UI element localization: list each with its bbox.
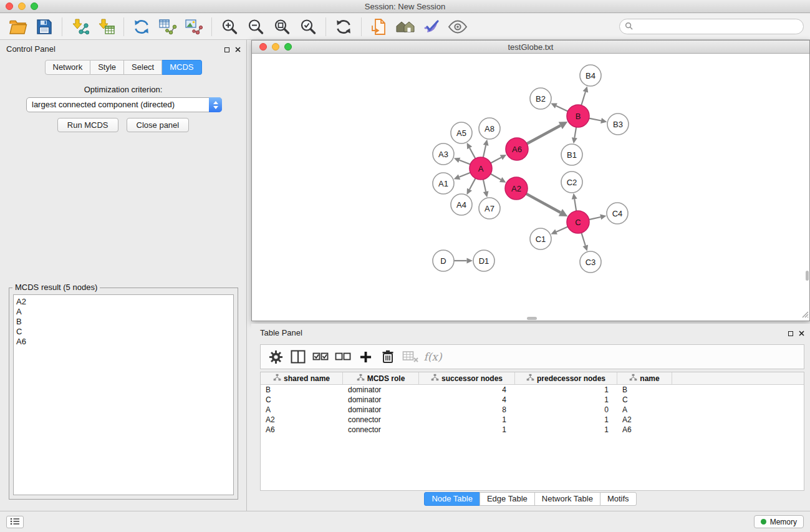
cell-shared-name[interactable]: B bbox=[261, 385, 343, 395]
search-box[interactable] bbox=[619, 19, 804, 34]
criterion-dropdown[interactable]: largest connected component (directed) bbox=[26, 97, 222, 112]
node-C[interactable]: C bbox=[567, 211, 589, 233]
node-B4[interactable]: B4 bbox=[580, 65, 601, 86]
cell-successor-nodes[interactable]: 1 bbox=[419, 425, 515, 435]
result-item-c[interactable]: C bbox=[16, 327, 231, 337]
network-minimize-button[interactable] bbox=[272, 43, 279, 51]
node-C4[interactable]: C4 bbox=[607, 203, 628, 224]
tab-mcds[interactable]: MCDS bbox=[162, 60, 201, 75]
tab-node-table[interactable]: Node Table bbox=[424, 492, 480, 506]
edge-C-C2[interactable] bbox=[572, 193, 577, 211]
result-item-a6[interactable]: A6 bbox=[16, 337, 231, 347]
node-A6[interactable]: A6 bbox=[506, 138, 528, 160]
edge-A-A3[interactable] bbox=[454, 158, 470, 165]
table-row[interactable]: Bdominator41B bbox=[261, 385, 804, 395]
run-mcds-button[interactable]: Run MCDS bbox=[57, 118, 118, 132]
result-item-b[interactable]: B bbox=[16, 317, 231, 327]
zoom-in-icon[interactable] bbox=[219, 16, 240, 38]
cell-mcds-role[interactable]: connector bbox=[343, 425, 419, 435]
edge-A2-C[interactable] bbox=[526, 194, 568, 216]
cell-predecessor-nodes[interactable]: 1 bbox=[515, 385, 617, 395]
cell-name[interactable]: B bbox=[617, 385, 672, 395]
homes-icon[interactable] bbox=[395, 16, 416, 38]
edge-B-B3[interactable] bbox=[589, 118, 607, 123]
float-panel-icon[interactable] bbox=[224, 47, 229, 52]
cell-successor-nodes[interactable]: 8 bbox=[419, 405, 515, 415]
table-row[interactable]: Adominator80A bbox=[261, 405, 804, 415]
edge-A-A8[interactable] bbox=[483, 140, 489, 158]
select-all-icon[interactable] bbox=[311, 347, 330, 367]
search-input[interactable] bbox=[636, 22, 798, 31]
node-A3[interactable]: A3 bbox=[433, 143, 454, 165]
close-panel-icon[interactable] bbox=[235, 45, 241, 54]
vertical-scrollbar[interactable] bbox=[806, 271, 809, 281]
node-A7[interactable]: A7 bbox=[479, 198, 500, 219]
cell-predecessor-nodes[interactable]: 1 bbox=[515, 425, 617, 435]
column-header-predecessor-nodes[interactable]: predecessor nodes bbox=[515, 372, 617, 384]
column-header-successor-nodes[interactable]: successor nodes bbox=[419, 372, 515, 384]
cell-name[interactable]: A6 bbox=[617, 425, 672, 435]
tab-style[interactable]: Style bbox=[90, 60, 124, 75]
network-table-icon[interactable] bbox=[157, 16, 178, 38]
node-B3[interactable]: B3 bbox=[607, 114, 629, 135]
cell-successor-nodes[interactable]: 4 bbox=[419, 395, 515, 405]
network-close-button[interactable] bbox=[259, 43, 267, 51]
column-header-name[interactable]: name bbox=[617, 372, 672, 384]
node-C1[interactable]: C1 bbox=[530, 228, 551, 249]
resize-grip-icon[interactable] bbox=[802, 311, 809, 320]
cell-name[interactable]: A bbox=[617, 405, 672, 415]
network-image-icon[interactable] bbox=[183, 16, 205, 38]
node-B1[interactable]: B1 bbox=[561, 144, 582, 165]
tab-network-table[interactable]: Network Table bbox=[534, 492, 600, 506]
cell-predecessor-nodes[interactable]: 1 bbox=[515, 415, 617, 425]
columns-icon[interactable] bbox=[289, 347, 307, 367]
cell-shared-name[interactable]: A2 bbox=[261, 415, 343, 425]
minimize-window-button[interactable] bbox=[18, 2, 26, 10]
table-row[interactable]: A2connector11A2 bbox=[261, 415, 804, 425]
node-C2[interactable]: C2 bbox=[561, 172, 582, 193]
node-A8[interactable]: A8 bbox=[479, 118, 500, 139]
result-item-a2[interactable]: A2 bbox=[16, 297, 231, 307]
delete-row-icon[interactable] bbox=[378, 347, 397, 367]
cell-successor-nodes[interactable]: 4 bbox=[419, 385, 515, 395]
open-folder-icon[interactable] bbox=[7, 16, 29, 38]
refresh-icon[interactable] bbox=[333, 16, 354, 38]
cell-successor-nodes[interactable]: 1 bbox=[419, 415, 515, 425]
column-header-shared-name[interactable]: shared name bbox=[261, 372, 343, 384]
result-item-a[interactable]: A bbox=[16, 307, 231, 317]
edge-B-B1[interactable] bbox=[572, 127, 577, 143]
add-row-icon[interactable] bbox=[356, 347, 375, 367]
cell-name[interactable]: C bbox=[617, 395, 672, 405]
edge-A-A4[interactable] bbox=[466, 178, 475, 195]
node-A[interactable]: A bbox=[470, 157, 492, 180]
network-window-titlebar[interactable]: testGlobe.txt bbox=[252, 41, 809, 54]
tab-network[interactable]: Network bbox=[44, 60, 90, 75]
import-network-icon[interactable] bbox=[69, 16, 90, 38]
check-swoosh-icon[interactable] bbox=[421, 16, 442, 38]
dropdown-stepper-icon[interactable] bbox=[209, 97, 222, 112]
cell-predecessor-nodes[interactable]: 1 bbox=[515, 395, 617, 405]
network-arrows-icon[interactable] bbox=[131, 16, 152, 38]
table-row[interactable]: Cdominator41C bbox=[261, 395, 804, 405]
edge-A-A7[interactable] bbox=[483, 180, 489, 198]
network-canvas[interactable]: B4B2BB3A5A8A6A3B1AC2A1A2A4A7C4CC1C3DD1 bbox=[252, 54, 809, 321]
edge-A-A5[interactable] bbox=[467, 143, 476, 158]
cell-mcds-role[interactable]: dominator bbox=[343, 405, 419, 415]
horizontal-scrollbar[interactable] bbox=[527, 317, 537, 320]
task-history-button[interactable] bbox=[6, 516, 24, 528]
save-floppy-icon[interactable] bbox=[34, 16, 55, 38]
cell-shared-name[interactable]: C bbox=[261, 395, 343, 405]
edge-A-A2[interactable] bbox=[491, 174, 506, 183]
close-panel-button[interactable]: Close panel bbox=[127, 118, 190, 132]
node-D[interactable]: D bbox=[433, 250, 454, 271]
cell-predecessor-nodes[interactable]: 0 bbox=[515, 405, 617, 415]
cell-mcds-role[interactable]: dominator bbox=[343, 395, 419, 405]
edge-D-D1[interactable] bbox=[454, 258, 473, 264]
node-B2[interactable]: B2 bbox=[530, 88, 551, 109]
table-row[interactable]: A6connector11A6 bbox=[261, 425, 804, 435]
document-arrow-icon[interactable] bbox=[369, 16, 390, 38]
settings-gear-icon[interactable] bbox=[266, 347, 285, 367]
edge-A6-B[interactable] bbox=[527, 122, 567, 143]
eye-icon[interactable] bbox=[447, 16, 468, 38]
node-D1[interactable]: D1 bbox=[473, 250, 494, 271]
